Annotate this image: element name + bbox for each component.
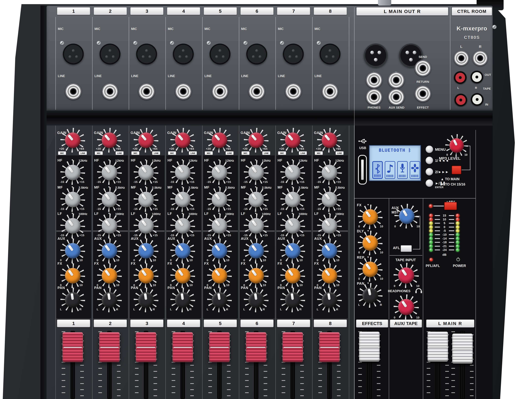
main-l-fader[interactable] [426, 331, 450, 399]
aux-max: 10 [116, 259, 119, 262]
fx-label: FX [167, 262, 172, 266]
chassis-left-edge [40, 6, 47, 399]
pan-max: R [336, 308, 338, 311]
dash [449, 219, 454, 220]
mf-label: MF [94, 185, 100, 189]
mp3-level-max: 10 [464, 153, 468, 156]
gain-min: +20 [316, 147, 321, 151]
usb-port [358, 155, 367, 184]
channel-1-fader[interactable] [61, 331, 85, 399]
channel-7-fader[interactable] [280, 331, 305, 399]
effect-label: EFFECT [417, 106, 429, 109]
channel-4-fader[interactable] [171, 331, 195, 399]
aux-min: 0 [317, 259, 318, 262]
lf-label: LF [131, 212, 135, 216]
mp3-mode-switch[interactable] [452, 166, 461, 174]
max: 10 [416, 316, 419, 319]
hf-min: -15 [170, 180, 174, 184]
hf-max: +15 [79, 180, 84, 184]
pan-min: L [280, 308, 282, 311]
mf-label: MF [131, 185, 136, 189]
pan-max: R [116, 308, 118, 311]
lf-max: +15 [336, 234, 341, 237]
brand-name: K-mxerpro [456, 25, 487, 32]
channel-8-fader[interactable] [317, 331, 342, 399]
aux-label: AUX [167, 237, 175, 241]
lf-freq: 100Hz [262, 212, 271, 216]
channel-6-number-strip: 6 [240, 7, 274, 15]
gain-max: +64 [79, 147, 84, 151]
separator [312, 17, 313, 110]
phantom-power-switch[interactable] [444, 202, 457, 210]
mp3-button-0[interactable] [426, 146, 433, 153]
aux-max: 10 [263, 259, 266, 262]
meter-db-label: dB [442, 253, 446, 257]
hf-min: -15 [243, 180, 247, 184]
mf-min: -15 [60, 207, 64, 211]
fx-label: FX [94, 262, 99, 266]
hf-label: HF [167, 158, 172, 162]
line-tag: LINE [262, 151, 270, 155]
hf-max: +15 [116, 180, 121, 184]
mp3-button-3[interactable] [426, 179, 433, 187]
fx-max: 10 [153, 284, 156, 287]
separator [423, 198, 423, 399]
dash [435, 227, 440, 228]
mf-label: MF [167, 185, 173, 189]
separator [450, 7, 450, 110]
channel-2-fader[interactable] [97, 331, 122, 399]
rca-l-label: L [457, 86, 459, 90]
effects-fader[interactable] [357, 331, 381, 399]
hf-freq: 12kHz [115, 159, 124, 163]
meter-scale-label: -10 [442, 233, 447, 236]
mf-max: +15 [299, 207, 304, 211]
afl-switch[interactable] [401, 245, 412, 252]
screw-icon [60, 41, 64, 45]
hf-label: HF [94, 158, 99, 162]
lf-max: +15 [189, 234, 194, 237]
lf-label: LF [57, 212, 62, 216]
ctrl-room-r-label: R [479, 44, 481, 49]
channel-4-number-strip: 4 [167, 7, 200, 15]
afl-label: AFL [393, 246, 400, 250]
screw-icon [280, 41, 284, 45]
dash [435, 242, 440, 243]
lf-label: LF [314, 212, 319, 216]
channel-6-fader[interactable] [244, 331, 268, 399]
channel-6-fader-strip: 6 [240, 319, 274, 327]
mic-label: MIC [278, 27, 284, 31]
music-note-icon [387, 163, 393, 174]
hf-freq: 12kHz [189, 159, 197, 163]
mp3-level-min: 0 [446, 153, 448, 156]
power-icon [456, 258, 460, 261]
bracket-line [420, 216, 420, 249]
effects-strip-label: EFFECTS [356, 319, 388, 328]
gain-min: +20 [169, 147, 174, 151]
gain-max: +64 [152, 147, 157, 151]
channel-1-number-strip: 1 [57, 7, 90, 15]
fx-label: FX [204, 262, 209, 266]
ctrl-room-title: CTRL ROOM [457, 9, 486, 14]
mp3-button-1[interactable] [426, 157, 433, 164]
lcd-screen: BLUETOOTH ᛒ [369, 145, 421, 181]
mf-freq: 2.5kHz [79, 186, 88, 190]
pan-max: R [226, 308, 228, 311]
mp3-button-2[interactable] [426, 168, 433, 176]
microphone-icon [400, 163, 405, 174]
mic-label: MIC [95, 27, 100, 31]
dash [435, 230, 440, 231]
lf-label: LF [94, 212, 99, 216]
main-r-fader[interactable] [450, 331, 475, 399]
main-out-l-jack [366, 72, 382, 88]
ctrl-room-l-jack [454, 51, 469, 66]
channel-1-fader-strip: 1 [57, 319, 90, 327]
mf-freq: 2.5kHz [115, 186, 125, 190]
channel-5-fader[interactable] [207, 331, 232, 399]
dash [449, 249, 454, 250]
line-input-jack [248, 83, 265, 100]
screw-icon [97, 41, 101, 45]
pan-label: PAN [278, 286, 285, 290]
meter-led-right [456, 237, 459, 240]
mic-tag: MIC [95, 151, 103, 155]
channel-3-fader[interactable] [134, 331, 158, 399]
